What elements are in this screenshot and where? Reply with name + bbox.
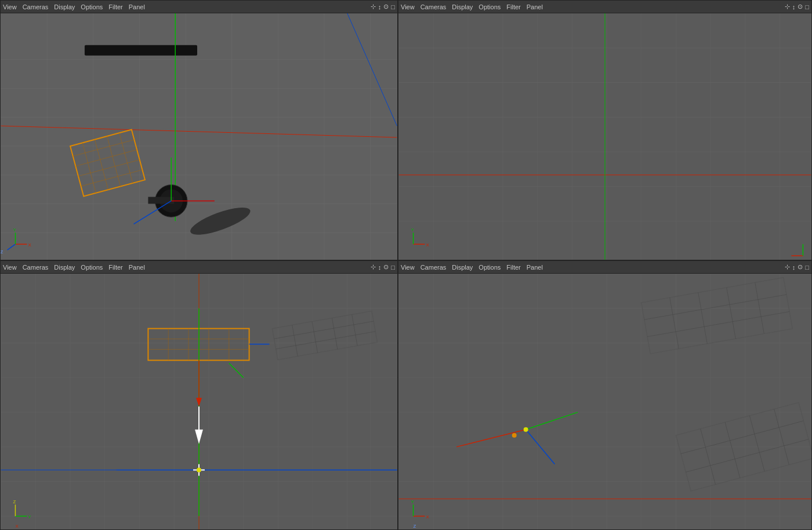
viewport-top[interactable]: View Cameras Display Options Filter Pane…	[398, 0, 812, 260]
svg-text:Z: Z	[1, 249, 3, 255]
menu-view-f[interactable]: View	[401, 264, 415, 271]
menu-options-p[interactable]: Options	[81, 3, 103, 10]
svg-rect-155	[399, 274, 811, 529]
menu-cameras-p[interactable]: Cameras	[23, 3, 49, 10]
svg-point-149	[197, 467, 201, 472]
menu-panel-f[interactable]: Panel	[527, 264, 543, 271]
menubar-top: View Cameras Display Options Filter Pane…	[398, 1, 811, 13]
menubar-right: View Cameras Display Options Filter Pane…	[1, 261, 397, 274]
menu-panel-t[interactable]: Panel	[527, 3, 543, 10]
svg-text:X: X	[28, 242, 31, 248]
canvas-front: Front	[398, 274, 811, 529]
menu-options-t[interactable]: Options	[478, 3, 501, 10]
svg-text:X: X	[15, 524, 19, 529]
svg-rect-18	[85, 45, 197, 56]
menu-filter-p[interactable]: Filter	[108, 3, 122, 10]
viewport-icons-t: ⊹ ↕ ⊙ □	[785, 3, 809, 10]
grid-right: Y Z X	[1, 274, 397, 529]
canvas-top: Top	[398, 13, 811, 260]
grid-perspective: X Y Z	[1, 13, 397, 260]
svg-text:Z: Z	[413, 524, 416, 529]
svg-point-181	[524, 427, 528, 432]
viewport-front[interactable]: View Cameras Display Options Filter Pane…	[398, 260, 812, 530]
menu-view-t[interactable]: View	[401, 3, 415, 10]
svg-text:Y: Y	[411, 499, 415, 504]
canvas-perspective: Perspective	[1, 13, 397, 260]
menu-display-f[interactable]: Display	[452, 264, 473, 271]
menubar-front: View Cameras Display Options Filter Pane…	[398, 261, 811, 274]
grid-front: X Y Z	[398, 274, 811, 529]
svg-text:X: X	[426, 242, 429, 248]
menu-filter-t[interactable]: Filter	[506, 3, 520, 10]
menu-cameras-f[interactable]: Cameras	[420, 264, 447, 271]
viewport-right[interactable]: View Cameras Display Options Filter Pane…	[0, 260, 398, 530]
viewport-icons-r: ⊹ ↕ ⊙ □	[371, 263, 395, 271]
svg-point-182	[512, 433, 517, 438]
menu-view-p[interactable]: View	[3, 3, 17, 10]
viewport-grid: View Cameras Display Options Filter Pane…	[0, 0, 812, 530]
menu-panel-r[interactable]: Panel	[129, 264, 145, 271]
menu-display-r[interactable]: Display	[54, 264, 75, 271]
viewport-icons-f: ⊹ ↕ ⊙ □	[785, 263, 809, 271]
grid-top: X Y	[398, 13, 811, 260]
menubar-perspective: View Cameras Display Options Filter Pane…	[1, 1, 397, 13]
menu-panel-p[interactable]: Panel	[129, 3, 145, 10]
svg-text:Y: Y	[28, 514, 31, 520]
menu-display-p[interactable]: Display	[54, 3, 75, 10]
svg-text:Z: Z	[13, 499, 16, 504]
svg-text:Y: Y	[411, 227, 415, 233]
svg-rect-37	[148, 197, 174, 204]
menu-view-r[interactable]: View	[3, 264, 17, 271]
menu-filter-f[interactable]: Filter	[506, 264, 520, 271]
menu-options-f[interactable]: Options	[478, 264, 501, 271]
svg-text:Y: Y	[13, 227, 17, 233]
menu-cameras-t[interactable]: Cameras	[420, 3, 447, 10]
menu-filter-r[interactable]: Filter	[108, 264, 122, 271]
svg-text:X: X	[426, 514, 429, 520]
canvas-right: Right	[1, 274, 397, 529]
menu-options-r[interactable]: Options	[81, 264, 103, 271]
viewport-perspective[interactable]: View Cameras Display Options Filter Pane…	[0, 0, 398, 260]
menu-display-t[interactable]: Display	[452, 3, 473, 10]
viewport-icons-p: ⊹ ↕ ⊙ □	[371, 3, 395, 10]
menu-cameras-r[interactable]: Cameras	[23, 264, 49, 271]
